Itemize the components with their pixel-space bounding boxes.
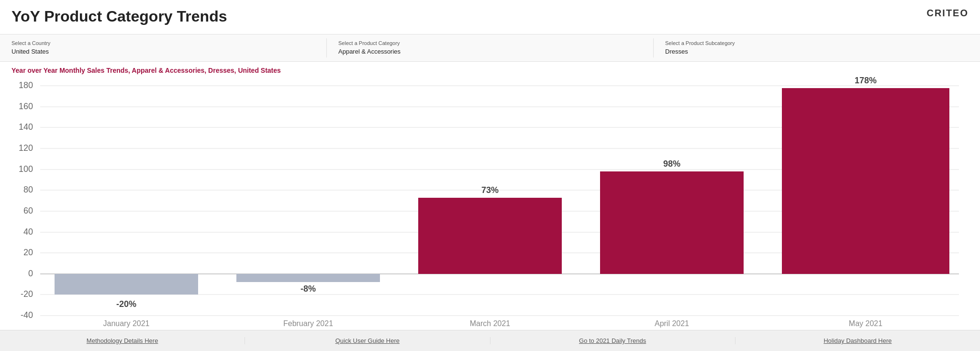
svg-text:-20: -20 xyxy=(21,289,33,299)
footer-link-holiday[interactable]: Holiday Dashboard Here xyxy=(735,337,980,344)
chart-svg: .grid-line { stroke: #e0e0e0; stroke-wid… xyxy=(11,76,969,330)
svg-text:73%: 73% xyxy=(481,185,499,195)
svg-text:May 2021: May 2021 xyxy=(849,319,882,328)
category-filter[interactable]: Select a Product Category Apparel & Acce… xyxy=(327,38,654,57)
footer-link-methodology[interactable]: Methodology Details Here xyxy=(0,337,245,344)
chart-area: .grid-line { stroke: #e0e0e0; stroke-wid… xyxy=(0,76,980,330)
svg-text:January 2021: January 2021 xyxy=(103,319,150,328)
country-filter[interactable]: Select a Country United States xyxy=(0,38,327,57)
svg-text:0: 0 xyxy=(28,269,33,278)
bar-march xyxy=(418,198,562,274)
footer: Methodology Details Here Quick User Guid… xyxy=(0,330,980,351)
svg-text:40: 40 xyxy=(23,227,33,237)
bar-january xyxy=(55,274,198,294)
category-filter-label: Select a Product Category xyxy=(338,40,642,46)
svg-text:February 2021: February 2021 xyxy=(283,319,333,328)
svg-text:98%: 98% xyxy=(663,159,680,169)
svg-text:-20%: -20% xyxy=(116,299,136,309)
criteo-logo: CRITEO xyxy=(926,8,969,19)
svg-text:120: 120 xyxy=(19,143,33,153)
country-filter-value: United States xyxy=(11,48,49,55)
svg-text:-40: -40 xyxy=(21,310,33,320)
svg-text:80: 80 xyxy=(23,185,33,194)
subcategory-filter[interactable]: Select a Product Subcategory Dresses xyxy=(654,38,980,57)
filters-row: Select a Country United States Select a … xyxy=(0,34,980,62)
header: YoY Product Category Trends xyxy=(0,0,980,34)
footer-link-userguide[interactable]: Quick User Guide Here xyxy=(245,337,490,344)
svg-text:March 2021: March 2021 xyxy=(470,319,511,328)
subcategory-filter-label: Select a Product Subcategory xyxy=(665,40,969,46)
bar-may xyxy=(782,88,949,274)
svg-text:April 2021: April 2021 xyxy=(655,319,689,328)
svg-text:178%: 178% xyxy=(855,76,877,85)
bar-april xyxy=(600,171,744,274)
footer-link-daily-trends[interactable]: Go to 2021 Daily Trends xyxy=(490,337,735,344)
subcategory-filter-value: Dresses xyxy=(665,48,688,55)
svg-text:140: 140 xyxy=(19,122,33,132)
svg-text:-8%: -8% xyxy=(301,284,316,294)
svg-text:100: 100 xyxy=(19,164,33,174)
main-container: YoY Product Category Trends CRITEO Selec… xyxy=(0,0,980,351)
svg-text:60: 60 xyxy=(23,206,33,215)
svg-text:180: 180 xyxy=(19,80,33,90)
page-title: YoY Product Category Trends xyxy=(11,8,969,25)
svg-text:160: 160 xyxy=(19,102,33,111)
svg-text:20: 20 xyxy=(23,248,33,257)
category-filter-value: Apparel & Accessories xyxy=(338,48,401,55)
chart-title: Year over Year Monthly Sales Trends, App… xyxy=(0,62,980,76)
bar-february xyxy=(236,274,380,282)
country-filter-label: Select a Country xyxy=(11,40,315,46)
